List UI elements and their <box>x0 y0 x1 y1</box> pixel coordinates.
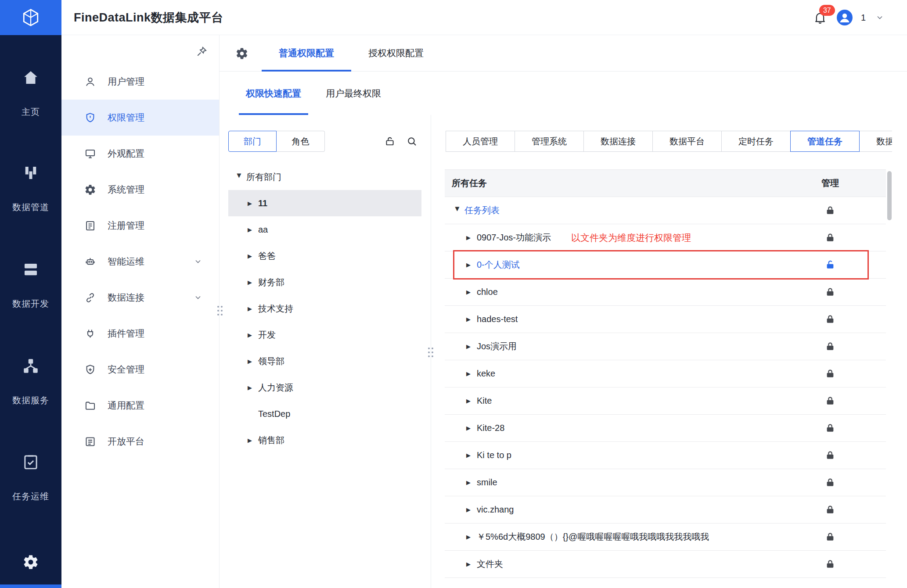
unlock-icon[interactable] <box>384 136 396 147</box>
lock-icon[interactable] <box>824 341 836 352</box>
nav-item-data-service[interactable]: 数据服务 <box>0 357 61 406</box>
lock-icon[interactable] <box>824 477 836 488</box>
tree-item[interactable]: ▶人力资源 <box>228 374 421 401</box>
app-logo[interactable] <box>0 0 61 35</box>
task-tab-pipeline-task[interactable]: 管道任务 <box>790 131 860 152</box>
tab-normal-permission-config[interactable]: 普通权限配置 <box>262 35 351 71</box>
task-row[interactable]: ▶ Kite <box>445 387 886 415</box>
menu-item-permission-management[interactable]: 权限管理 <box>61 100 219 136</box>
menu-item-security-management[interactable]: 安全管理 <box>61 351 219 387</box>
menu-item-open-platform[interactable]: 开放平台 <box>61 423 219 459</box>
task-tab-data-platform[interactable]: 数据平台 <box>652 131 722 152</box>
task-row[interactable]: ▶ hades-test <box>445 306 886 333</box>
task-row[interactable]: ▶ 0907-Jos-功能演示 以文件夹为维度进行权限管理 <box>445 224 886 251</box>
expand-arrow-icon[interactable]: ▶ <box>466 534 473 540</box>
lock-icon[interactable] <box>824 232 836 244</box>
expand-arrow-icon[interactable]: ▶ <box>248 201 255 206</box>
tree-item[interactable]: ▶11 <box>228 190 421 216</box>
expand-arrow-icon[interactable]: ▶ <box>248 332 255 338</box>
scrollbar-thumb[interactable] <box>887 171 892 220</box>
lock-icon[interactable] <box>824 368 836 380</box>
expand-arrow-icon[interactable]: ▶ <box>466 235 473 240</box>
expand-arrow-icon[interactable]: ▶ <box>248 227 255 233</box>
nav-item-home[interactable]: 主页 <box>0 68 61 118</box>
search-icon[interactable] <box>406 136 418 147</box>
task-tab-data-connection[interactable]: 数据连接 <box>583 131 653 152</box>
permission-settings-gear-icon[interactable] <box>235 47 248 60</box>
lock-icon[interactable] <box>824 287 836 298</box>
expand-arrow-icon[interactable]: ▶ <box>466 316 473 322</box>
menu-item-general-config[interactable]: 通用配置 <box>61 387 219 423</box>
nav-item-data-pipeline[interactable]: 数据管道 <box>0 164 61 213</box>
expand-arrow-icon[interactable]: ▶ <box>466 344 473 349</box>
tree-item[interactable]: ▶开发 <box>228 322 421 348</box>
nav-item-task-ops[interactable]: 任务运维 <box>0 453 61 502</box>
expand-arrow-icon[interactable]: ▶ <box>248 306 255 312</box>
lock-icon[interactable] <box>824 450 836 461</box>
resize-handle-sidebar[interactable] <box>217 306 223 316</box>
tab-user-final-permission[interactable]: 用户最终权限 <box>319 72 388 115</box>
menu-item-plugin-management[interactable]: 插件管理 <box>61 316 219 351</box>
task-row[interactable]: ▶ 文件夹 <box>445 551 886 578</box>
menu-item-intelligent-ops[interactable]: 智能运维 <box>61 244 219 280</box>
task-tab-admin-system[interactable]: 管理系统 <box>515 131 584 152</box>
expand-arrow-icon[interactable]: ▶ <box>466 452 473 458</box>
toggle-role[interactable]: 角色 <box>277 131 325 152</box>
unlock-icon[interactable] <box>824 259 836 271</box>
tree-item[interactable]: ▶爸爸 <box>228 243 421 269</box>
expand-arrow-icon[interactable]: ▶ <box>455 207 461 214</box>
lock-icon[interactable] <box>824 559 836 570</box>
task-tab-personnel[interactable]: 人员管理 <box>446 131 515 152</box>
lock-icon[interactable] <box>824 423 836 434</box>
expand-arrow-icon[interactable]: ▶ <box>248 437 255 443</box>
task-row[interactable]: ▶ 任务列表 <box>445 197 886 224</box>
nav-item-data-dev[interactable]: 数据开发 <box>0 260 61 310</box>
expand-arrow-icon[interactable]: ▶ <box>466 507 473 513</box>
tree-item[interactable]: ▶技术支持 <box>228 295 421 322</box>
notifications-button[interactable]: 37 <box>813 11 827 25</box>
lock-icon[interactable] <box>824 205 836 216</box>
expand-arrow-icon[interactable]: ▶ <box>237 173 242 180</box>
tree-item[interactable]: ▶财务部 <box>228 269 421 295</box>
task-tab-data-service[interactable]: 数据服务 <box>859 131 892 152</box>
tree-item[interactable]: ▶销售部 <box>228 427 421 453</box>
expand-arrow-icon[interactable]: ▶ <box>248 385 255 391</box>
lock-icon[interactable] <box>824 531 836 543</box>
expand-arrow-icon[interactable]: ▶ <box>466 289 473 295</box>
task-row[interactable]: ▶ Kite-28 <box>445 415 886 442</box>
lock-icon[interactable] <box>824 395 836 407</box>
expand-arrow-icon[interactable]: ▶ <box>466 398 473 404</box>
user-avatar[interactable] <box>836 9 853 26</box>
chevron-down-icon[interactable] <box>875 13 884 22</box>
expand-arrow-icon[interactable]: ▶ <box>248 253 255 259</box>
task-row[interactable]: ▶ keke <box>445 360 886 387</box>
expand-arrow-icon[interactable]: ▶ <box>466 371 473 376</box>
task-row[interactable]: ▶ Jos演示用 <box>445 333 886 360</box>
settings-gear-button[interactable] <box>22 554 39 570</box>
tree-item[interactable]: ▶aa <box>228 216 421 243</box>
task-row-highlighted[interactable]: ▶ 0-个人测试 <box>445 251 886 279</box>
expand-arrow-icon[interactable]: ▶ <box>466 480 473 485</box>
pin-icon[interactable] <box>195 46 208 58</box>
task-tab-scheduled-task[interactable]: 定时任务 <box>721 131 791 152</box>
expand-arrow-icon[interactable]: ▶ <box>466 561 473 567</box>
tree-root[interactable]: ▶所有部门 <box>228 164 421 190</box>
menu-item-registration-management[interactable]: 注册管理 <box>61 208 219 244</box>
tab-quick-permission-config[interactable]: 权限快速配置 <box>239 72 308 115</box>
tree-item[interactable]: TestDep <box>228 401 421 427</box>
toggle-department[interactable]: 部门 <box>228 131 277 152</box>
resize-handle-tree[interactable] <box>428 348 434 358</box>
menu-item-data-connection[interactable]: 数据连接 <box>61 280 219 316</box>
tab-authorized-permission-config[interactable]: 授权权限配置 <box>351 35 441 71</box>
menu-item-appearance-config[interactable]: 外观配置 <box>61 136 219 172</box>
tree-item[interactable]: ▶领导部 <box>228 348 421 374</box>
lock-icon[interactable] <box>824 314 836 325</box>
task-row[interactable]: ▶ ￥5%6d大概9809（）{}@喔哦喔喔喔喔哦我哦哦我我我哦我 <box>445 523 886 551</box>
task-row[interactable]: ▶ vic.zhang <box>445 496 886 523</box>
expand-arrow-icon[interactable]: ▶ <box>466 425 473 431</box>
task-row[interactable]: ▶ chloe <box>445 279 886 306</box>
menu-item-user-management[interactable]: 用户管理 <box>61 64 219 100</box>
expand-arrow-icon[interactable]: ▶ <box>466 262 473 268</box>
expand-arrow-icon[interactable]: ▶ <box>248 280 255 285</box>
expand-arrow-icon[interactable]: ▶ <box>248 359 255 364</box>
